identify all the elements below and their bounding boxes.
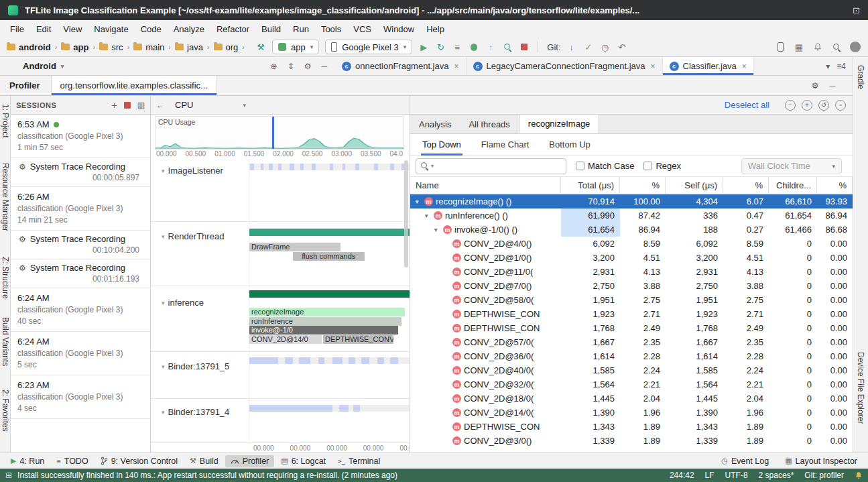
menu-window[interactable]: Window: [377, 22, 420, 36]
search-everywhere-button[interactable]: [829, 40, 844, 54]
table-row[interactable]: ▼minvoke@-1/0() ()61,65486.941880.2761,4…: [410, 223, 853, 237]
filter-input[interactable]: [436, 161, 562, 171]
git-rollback-button[interactable]: ↶: [615, 40, 629, 54]
table-row[interactable]: mDEPTHWISE_CON1,3431.891,3431.8900.00: [410, 420, 853, 434]
trace-bar[interactable]: [299, 357, 310, 364]
line-separator[interactable]: LF: [705, 471, 715, 480]
table-row[interactable]: mCONV_2D@40/0(1,5852.241,5852.2400.00: [410, 363, 853, 377]
column-header-self-s[interactable]: Self (μs): [666, 177, 723, 194]
menu-tools[interactable]: Tools: [315, 22, 347, 36]
subtab-top-down[interactable]: Top Down: [421, 135, 462, 156]
analysis-tab-recognizeimage[interactable]: recognizeImage: [519, 115, 600, 133]
trace-bar[interactable]: [349, 357, 355, 364]
column-header-name[interactable]: Name: [410, 177, 561, 194]
run-config-select[interactable]: app ▾: [272, 40, 319, 54]
editor-tab-classifier-java[interactable]: cClassifier.java×: [663, 57, 754, 75]
expand-sessions-button[interactable]: ▥: [137, 101, 145, 110]
zoom-to-selection-button[interactable]: ▫: [835, 100, 846, 111]
close-tab-icon[interactable]: ×: [454, 62, 458, 71]
trace-bar[interactable]: [374, 164, 378, 170]
git-history-button[interactable]: ◷: [598, 40, 613, 54]
table-row[interactable]: mCONV_2D@1/0()3,2004.513,2004.5100.00: [410, 251, 853, 265]
toolwindow-button-event-log[interactable]: ◷Event Log: [716, 455, 774, 467]
apply-changes-button[interactable]: ↻: [433, 40, 448, 54]
expand-arrow-icon[interactable]: ▼: [433, 227, 440, 233]
trace-bar[interactable]: [318, 357, 325, 364]
trace-bar[interactable]: DEPTHWISE_CONV_...: [323, 335, 393, 344]
locate-file-icon[interactable]: ⊕: [271, 62, 277, 71]
status-message[interactable]: Install successfully finished in 140 ms.…: [17, 471, 397, 480]
trace-bar[interactable]: [261, 164, 264, 170]
table-row[interactable]: mCONV_2D@3/0()1,3391.891,3391.8900.00: [410, 434, 853, 448]
trace-bar[interactable]: [377, 357, 384, 364]
thread-track[interactable]: [249, 399, 410, 442]
stop-button[interactable]: [517, 40, 532, 54]
profile-app-button[interactable]: [500, 40, 515, 54]
session-item[interactable]: 6:53 AMclassification (Google Pixel 3)1 …: [11, 115, 150, 158]
git-update-button[interactable]: ↓: [564, 40, 579, 54]
breadcrumb-java[interactable]: java: [174, 42, 204, 52]
table-row[interactable]: mCONV_2D@4/0()6,0928.596,0928.5900.00: [410, 237, 853, 251]
thread-track[interactable]: DrawFrameflush commands: [249, 222, 410, 286]
trace-bar[interactable]: [290, 164, 294, 170]
device-manager-button[interactable]: [773, 40, 788, 54]
trace-bar[interactable]: recognizeImage: [249, 308, 405, 316]
breadcrumb-app[interactable]: app: [60, 42, 90, 52]
hidden-tabs-icon[interactable]: ▾: [826, 62, 830, 71]
tool-strip-build-variants[interactable]: Build Variants: [1, 317, 10, 366]
trace-bar[interactable]: [355, 164, 359, 170]
trace-bar[interactable]: [249, 357, 278, 364]
table-row[interactable]: mCONV_2D@18/0(1,4452.041,4452.0400.00: [410, 391, 853, 406]
expand-collapse-icon[interactable]: ⇕: [288, 62, 294, 71]
close-tab-icon[interactable]: ×: [651, 62, 656, 71]
session-item[interactable]: 6:26 AMclassification (Google Pixel 3)14…: [11, 187, 150, 231]
menu-refactor[interactable]: Refactor: [210, 22, 255, 36]
menu-run[interactable]: Run: [287, 22, 315, 36]
trace-bar[interactable]: [361, 357, 369, 364]
menu-build[interactable]: Build: [255, 22, 287, 36]
toolwindow-button-build[interactable]: ⚒Build: [184, 455, 224, 467]
trace-bar[interactable]: [249, 290, 410, 298]
trace-bar[interactable]: CONV_2D@14/0: [249, 335, 322, 344]
trace-bar[interactable]: flush commands: [293, 252, 365, 261]
table-row[interactable]: mCONV_2D@7/0()2,7503.882,7503.8800.00: [410, 279, 853, 293]
git-commit-button[interactable]: ✓: [581, 40, 596, 54]
menu-code[interactable]: Code: [135, 22, 168, 36]
table-row[interactable]: mCONV_2D@57/0(1,6672.351,6672.3500.00: [410, 335, 853, 349]
menu-help[interactable]: Help: [420, 22, 450, 36]
trace-bar[interactable]: [249, 229, 410, 236]
table-row[interactable]: mCONV_2D@58/0(1,9512.751,9512.7500.00: [410, 293, 853, 307]
expand-arrow-icon[interactable]: ▼: [424, 213, 431, 219]
table-row[interactable]: mCONV_2D@11/0(2,9314.132,9314.1300.00: [410, 265, 853, 279]
make-project-button[interactable]: ⚒: [253, 40, 268, 54]
thread-track[interactable]: [249, 159, 410, 221]
subtab-bottom-up[interactable]: Bottom Up: [548, 135, 591, 156]
thread-name[interactable]: ▾ImageListener: [151, 159, 249, 221]
menu-vcs[interactable]: VCS: [347, 22, 377, 36]
back-to-sessions-icon[interactable]: ←: [156, 101, 164, 110]
column-header-[interactable]: %: [817, 177, 853, 194]
window-controls-icon[interactable]: ⊡: [853, 5, 860, 15]
toolwindow-title-profiler[interactable]: Profiler: [9, 76, 40, 95]
breadcrumb-org[interactable]: org: [212, 42, 240, 52]
deselect-all-link[interactable]: Deselect all: [725, 100, 769, 110]
recording-item[interactable]: ⚙System Trace Recording00:01:16.193: [11, 259, 150, 288]
trace-bar[interactable]: [343, 164, 346, 170]
run-configurations-icon[interactable]: ≡: [450, 40, 464, 54]
caret-position[interactable]: 244:42: [670, 471, 694, 480]
reset-zoom-button[interactable]: ↺: [818, 100, 829, 111]
editor-tab-legacycameraconnectionfragment-java[interactable]: cLegacyCameraConnectionFragment.java×: [467, 57, 663, 75]
tool-strip-2-favorites[interactable]: 2: Favorites: [1, 389, 10, 432]
trace-bar[interactable]: [390, 357, 398, 364]
toolwindow-button-9-version-control[interactable]: 9: Version Control: [95, 455, 183, 467]
trace-bar[interactable]: [332, 357, 342, 364]
table-row[interactable]: mCONV_2D@14/0(1,3901.961,3901.9600.00: [410, 406, 853, 420]
session-item[interactable]: 6:23 AMclassification (Google Pixel 3)4 …: [11, 375, 150, 419]
toolwindow-button-terminal[interactable]: >_Terminal: [332, 455, 385, 467]
toolwindow-button-layout-inspector[interactable]: ▦Layout Inspector: [780, 455, 863, 467]
editor-tab-onnectionfragment-java[interactable]: connectionFragment.java×: [335, 57, 467, 75]
tool-strip-device-file-explorer[interactable]: Device File Explorer: [856, 352, 865, 424]
subtab-flame-chart[interactable]: Flame Chart: [480, 135, 531, 156]
close-tab-icon[interactable]: ×: [742, 62, 747, 71]
menu-file[interactable]: File: [4, 22, 30, 36]
